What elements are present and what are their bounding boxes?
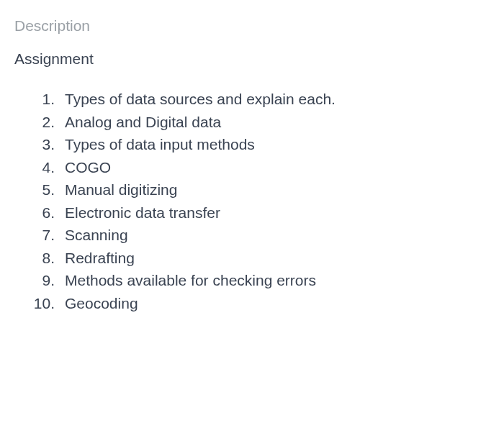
list-item: Manual digitizing (14, 178, 490, 201)
list-item-text: Methods available for checking errors (65, 269, 490, 292)
list-item-text: Types of data sources and explain each. (65, 88, 490, 111)
list-item: Electronic data transfer (14, 201, 490, 224)
list-item: Types of data input methods (14, 133, 490, 156)
list-item-text: Redrafting (65, 247, 490, 270)
section-label: Description (14, 17, 490, 35)
assignment-list: Types of data sources and explain each. … (14, 88, 490, 314)
list-item-text: Electronic data transfer (65, 201, 490, 224)
list-item: COGO (14, 156, 490, 179)
list-item-text: Analog and Digital data (65, 111, 490, 134)
list-item: Methods available for checking errors (14, 269, 490, 292)
list-item: Types of data sources and explain each. (14, 88, 490, 111)
list-item-text: Manual digitizing (65, 178, 490, 201)
list-item: Geocoding (14, 292, 490, 315)
list-item: Analog and Digital data (14, 111, 490, 134)
list-item-text: COGO (65, 156, 490, 179)
page-title: Assignment (14, 50, 490, 68)
list-item: Scanning (14, 224, 490, 247)
list-item-text: Geocoding (65, 292, 490, 315)
list-item-text: Types of data input methods (65, 133, 490, 156)
list-item: Redrafting (14, 247, 490, 270)
list-item-text: Scanning (65, 224, 490, 247)
